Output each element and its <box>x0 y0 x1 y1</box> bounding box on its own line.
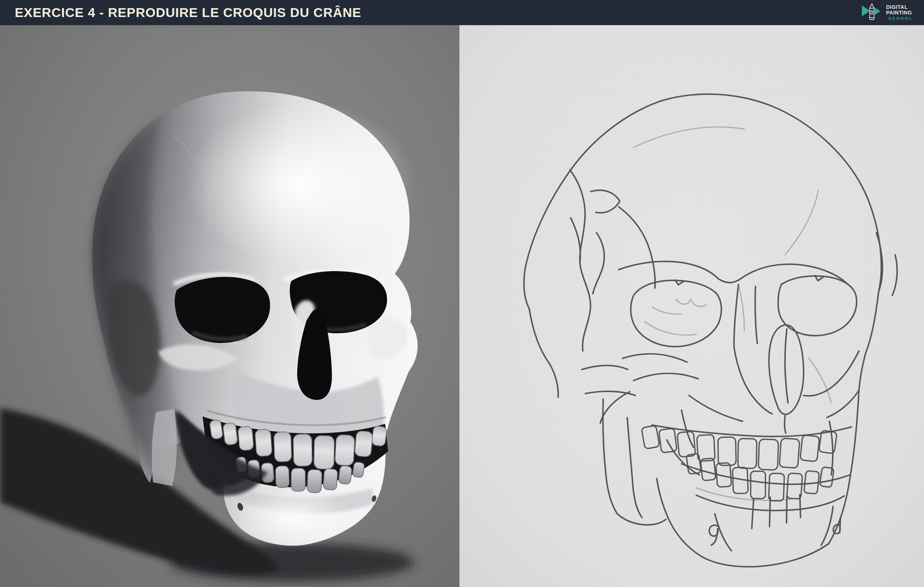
content-area <box>0 25 924 587</box>
title-bar: EXERCICE 4 - REPRODUIRE LE CROQUIS DU CR… <box>0 0 924 25</box>
brand-logo-text: DIGITAL PAINTING .SCHOOL <box>886 5 913 21</box>
reference-render-panel <box>0 25 459 587</box>
brand-word-1: DIGITAL <box>886 5 913 10</box>
page-title: EXERCICE 4 - REPRODUIRE LE CROQUIS DU CR… <box>15 0 361 25</box>
pencil-icon <box>861 3 883 22</box>
sketch-panel <box>459 25 924 587</box>
brand-word-3: .SCHOOL <box>886 16 913 21</box>
skull-3d-render-image <box>0 25 459 587</box>
brand-logo: DIGITAL PAINTING .SCHOOL <box>861 3 913 22</box>
brand-word-2: PAINTING <box>886 10 913 15</box>
skull-sketch-image <box>459 25 924 587</box>
